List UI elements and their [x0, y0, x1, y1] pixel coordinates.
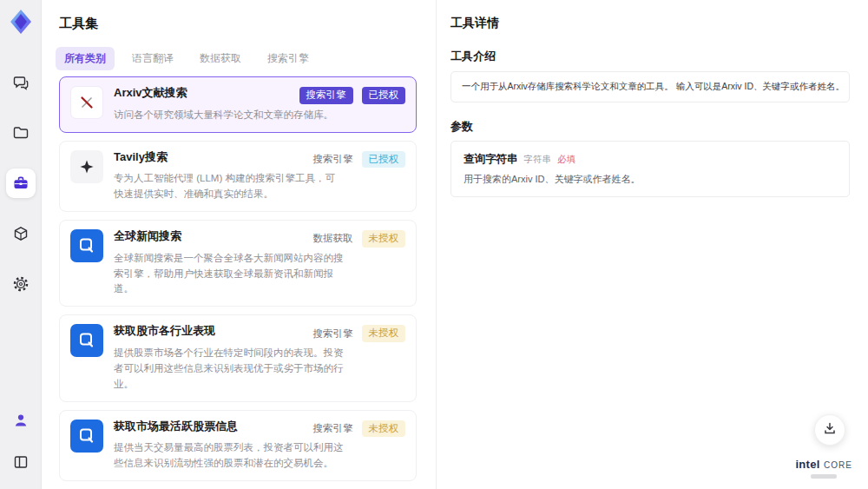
folder-icon[interactable] [6, 118, 36, 148]
auth-badge: 未授权 [362, 325, 406, 342]
tool-name: Tavily搜索 [114, 150, 168, 165]
tab-data-fetch[interactable]: 数据获取 [191, 47, 250, 70]
tool-card-most-active-stocks[interactable]: 获取市场最活跃股票信息 搜索引擎 未授权 提供当天交易量最高的股票列表，投资者可… [59, 410, 417, 481]
tool-name: 全球新闻搜索 [114, 229, 181, 244]
download-button[interactable] [814, 414, 845, 446]
tool-name: 获取股市各行业表现 [114, 324, 215, 339]
tool-description: 全球新闻搜索是一个聚合全球各大新闻网站内容的搜索引擎，帮助用户快速获取全球最新资… [114, 251, 345, 297]
tab-search-engine[interactable]: 搜索引擎 [259, 47, 318, 70]
auth-badge: 已授权 [362, 87, 406, 104]
tool-card-sector-performance[interactable]: 获取股市各行业表现 搜索引擎 未授权 提供股票市场各个行业在特定时间段内的表现。… [59, 314, 417, 401]
news-search-icon [70, 324, 103, 357]
intro-heading: 工具介绍 [450, 49, 496, 64]
chat-icon[interactable] [6, 68, 36, 97]
category-tag: 数据获取 [313, 232, 353, 245]
tool-description: 提供股票市场各个行业在特定时间段内的表现。投资者可以利用这些信息来识别表现优于或… [114, 346, 345, 392]
param-type: 字符串 [524, 154, 552, 166]
tool-name: 获取市场最活跃股票信息 [114, 420, 238, 434]
page-title: 工具集 [59, 16, 98, 32]
left-icon-rail [0, 0, 42, 489]
download-icon [823, 421, 837, 439]
tool-card-tavily[interactable]: Tavily搜索 搜索引擎 已授权 专为人工智能代理 (LLM) 构建的搜索引擎… [59, 141, 417, 212]
params-heading: 参数 [450, 119, 473, 135]
category-tag: 搜索引擎 [313, 153, 353, 166]
auth-badge: 已授权 [362, 151, 406, 169]
detail-title: 工具详情 [450, 16, 499, 31]
user-icon[interactable] [6, 406, 36, 435]
news-search-icon [70, 420, 103, 453]
tool-card-arxiv[interactable]: Arxiv文献搜索 搜索引擎 已授权 访问各个研究领域大量科学论文和文章的存储库… [59, 76, 417, 133]
gear-icon[interactable] [6, 269, 36, 299]
param-description: 用于搜索的Arxiv ID、关键字或作者姓名。 [464, 173, 837, 186]
category-tabs: 所有类别 语言翻译 数据获取 搜索引擎 [56, 47, 318, 70]
tab-language-translation[interactable]: 语言翻译 [123, 47, 182, 70]
brand-core-text: CORE [824, 460, 852, 470]
category-tag: 搜索引擎 [299, 87, 353, 104]
param-required-badge: 必填 [557, 154, 575, 166]
arxiv-logo-icon [70, 86, 103, 119]
brand-intel-text: intel [795, 458, 819, 471]
app-logo [8, 7, 34, 36]
tavily-star-icon [70, 150, 103, 183]
toolbox-icon[interactable] [6, 169, 36, 198]
tool-list-panel: 工具集 所有类别 语言翻译 数据获取 搜索引擎 Arxiv文献搜索 搜索引擎 已… [42, 0, 436, 489]
tool-description: 专为人工智能代理 (LLM) 构建的搜索引擎工具，可快速提供实时、准确和真实的结… [114, 171, 345, 202]
category-tag: 搜索引擎 [313, 422, 353, 435]
tool-intro-text: 一个用于从Arxiv存储库搜索科学论文和文章的工具。 输入可以是Arxiv ID… [450, 71, 850, 102]
tool-card-list: Arxiv文献搜索 搜索引擎 已授权 访问各个研究领域大量科学论文和文章的存储库… [59, 76, 417, 489]
category-tag: 搜索引擎 [313, 327, 353, 340]
brand-subtext-placeholder [811, 474, 837, 479]
tool-detail-panel: 工具详情 工具介绍 一个用于从Arxiv存储库搜索科学论文和文章的工具。 输入可… [436, 0, 868, 489]
tool-description: 提供当天交易量最高的股票列表，投资者可以利用这些信息来识别流动性强的股票和潜在的… [114, 440, 345, 472]
parameter-card: 查询字符串 字符串 必填 用于搜索的Arxiv ID、关键字或作者姓名。 [450, 141, 850, 197]
tool-card-global-news[interactable]: 全球新闻搜索 数据获取 未授权 全球新闻搜索是一个聚合全球各大新闻网站内容的搜索… [59, 220, 417, 307]
param-name: 查询字符串 [464, 152, 518, 167]
auth-badge: 未授权 [362, 230, 406, 248]
intel-core-logo: intel CORE [795, 456, 852, 479]
tab-all-categories[interactable]: 所有类别 [56, 47, 115, 70]
tool-name: Arxiv文献搜索 [114, 86, 187, 101]
news-search-icon [70, 229, 103, 262]
auth-badge: 未授权 [362, 420, 406, 438]
cube-icon[interactable] [6, 219, 36, 248]
panel-toggle-icon[interactable] [6, 447, 36, 477]
tool-description: 访问各个研究领域大量科学论文和文章的存储库。 [114, 108, 345, 123]
